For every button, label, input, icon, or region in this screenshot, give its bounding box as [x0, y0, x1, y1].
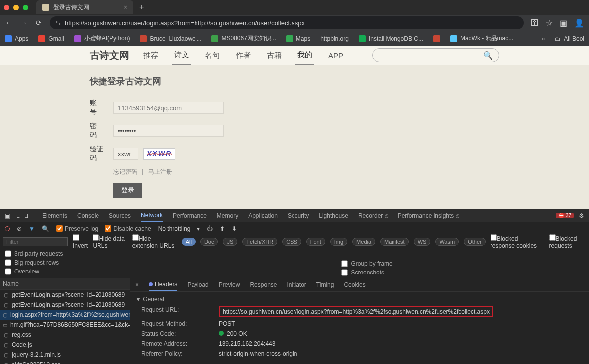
- bookmark-bruce[interactable]: Bruce_Liuxiaowei...: [140, 35, 201, 42]
- tab-application[interactable]: Application: [248, 210, 278, 221]
- big-rows-checkbox[interactable]: Big request rows: [5, 259, 63, 266]
- tab-sources[interactable]: Sources: [109, 210, 131, 221]
- response-headers-section[interactable]: ▼ Response Headers: [135, 362, 584, 364]
- filter-toggle-icon[interactable]: ▼: [29, 225, 35, 232]
- nav-mine[interactable]: 我的: [295, 46, 314, 65]
- bookmark-mongodb[interactable]: Install MongoDB C...: [359, 35, 423, 42]
- back-button[interactable]: ←: [5, 19, 13, 27]
- cookies-tab[interactable]: Cookies: [344, 279, 365, 291]
- captcha-input[interactable]: [113, 148, 138, 160]
- minimize-window-icon[interactable]: [13, 5, 19, 10]
- request-row[interactable]: ▢getEventLogin.aspx?scene_id=201030689: [0, 290, 130, 300]
- preview-tab[interactable]: Preview: [219, 279, 240, 291]
- reload-button[interactable]: ⟳: [35, 19, 43, 27]
- browser-tab[interactable]: 登录古诗文网 ×: [36, 0, 133, 14]
- nav-mingju[interactable]: 名句: [203, 47, 222, 64]
- request-row[interactable]: ▢jquery-3.2.1.min.js: [0, 350, 130, 360]
- bookmark-ai[interactable]: 小蜜蜂AI(Python): [74, 34, 130, 43]
- upload-icon[interactable]: ⬆: [220, 225, 225, 232]
- download-icon[interactable]: ⬇: [232, 225, 237, 232]
- apps-shortcut[interactable]: Apps: [5, 35, 28, 42]
- hide-data-urls-checkbox[interactable]: Hide data URLs: [93, 234, 127, 249]
- bookmark-star-icon[interactable]: ☆: [546, 18, 553, 28]
- profile-icon[interactable]: 👤: [574, 18, 584, 28]
- settings-icon[interactable]: ⚙: [579, 212, 584, 219]
- tab-recorder[interactable]: Recorder ⎋: [358, 210, 388, 221]
- request-row[interactable]: ▢skinSo230513.css: [0, 360, 130, 364]
- clear-button[interactable]: ⊘: [17, 225, 22, 232]
- bookmark-macwk[interactable]: MacWk - 精品mac...: [450, 34, 513, 43]
- filter-css[interactable]: CSS: [282, 238, 301, 246]
- bookmark-ms08067[interactable]: MS08067网安知识...: [211, 34, 276, 43]
- throttling-dropdown-icon[interactable]: ▾: [197, 225, 200, 232]
- response-tab[interactable]: Response: [250, 279, 277, 291]
- filter-all[interactable]: All: [182, 238, 196, 246]
- bookmark-maps[interactable]: Maps: [286, 35, 310, 42]
- inspect-icon[interactable]: ▣: [5, 212, 10, 219]
- device-toggle-icon[interactable]: ⫍⫎: [16, 212, 28, 219]
- filter-js[interactable]: JS: [223, 238, 237, 246]
- captcha-image[interactable]: XXWR: [143, 148, 175, 160]
- nav-shiwen[interactable]: 诗文: [172, 46, 191, 65]
- invert-checkbox[interactable]: Invert: [73, 234, 88, 249]
- request-row[interactable]: ▢Code.js: [0, 340, 130, 350]
- filter-input[interactable]: [3, 237, 68, 246]
- wifi-icon[interactable]: ⏻: [207, 225, 213, 232]
- filter-other[interactable]: Other: [464, 238, 486, 246]
- nav-guji[interactable]: 古籍: [265, 47, 284, 64]
- nav-app[interactable]: APP: [326, 47, 345, 64]
- register-link[interactable]: 马上注册: [148, 168, 172, 175]
- filter-ws[interactable]: WS: [414, 238, 431, 246]
- preserve-log-checkbox[interactable]: Preserve log: [56, 225, 98, 232]
- record-button[interactable]: [5, 226, 10, 231]
- 3rd-party-checkbox[interactable]: 3rd-party requests: [5, 250, 63, 257]
- blocked-requests-checkbox[interactable]: Blocked requests: [549, 234, 586, 249]
- password-icon[interactable]: ⚿: [531, 18, 539, 27]
- nav-recommend[interactable]: 推荐: [141, 47, 160, 64]
- close-tab-icon[interactable]: ×: [124, 4, 127, 11]
- filter-manifest[interactable]: Manifest: [380, 238, 409, 246]
- list-header-name[interactable]: Name: [0, 278, 130, 290]
- site-logo[interactable]: 古诗文网: [90, 49, 129, 62]
- request-row[interactable]: ▭hm.gif?hca=767D86B650FC8EEE&cc=1&ck=1&c…: [0, 320, 130, 330]
- payload-tab[interactable]: Payload: [187, 279, 208, 291]
- overview-checkbox[interactable]: Overview: [5, 268, 63, 275]
- disable-cache-checkbox[interactable]: Disable cache: [105, 225, 151, 232]
- bookmarks-overflow-icon[interactable]: »: [542, 35, 545, 42]
- hide-ext-urls-checkbox[interactable]: Hide extension URLs: [132, 234, 177, 249]
- forgot-password-link[interactable]: 忘记密码: [113, 168, 137, 175]
- throttling-select[interactable]: No throttling: [158, 225, 191, 232]
- request-row[interactable]: ▢login.aspx?from=http%3a%2f%2fso.gushiwe…: [0, 310, 130, 320]
- maximize-window-icon[interactable]: [23, 5, 28, 10]
- extensions-icon[interactable]: ▣: [560, 18, 567, 28]
- blocked-cookies-checkbox[interactable]: Blocked response cookies: [491, 234, 544, 249]
- initiator-tab[interactable]: Initiator: [287, 279, 306, 291]
- close-detail-icon[interactable]: ×: [135, 281, 139, 288]
- tab-performance[interactable]: Performance: [173, 210, 207, 221]
- nav-author[interactable]: 作者: [234, 47, 253, 64]
- filter-font[interactable]: Font: [306, 238, 325, 246]
- request-row[interactable]: ▢reg.css: [0, 330, 130, 340]
- search-icon[interactable]: 🔍: [42, 225, 49, 232]
- filter-wasm[interactable]: Wasm: [435, 238, 459, 246]
- filter-fetch[interactable]: Fetch/XHR: [242, 238, 277, 246]
- timing-tab[interactable]: Timing: [316, 279, 334, 291]
- filter-doc[interactable]: Doc: [200, 238, 218, 246]
- password-input[interactable]: [113, 125, 224, 137]
- bookmark-c1[interactable]: [433, 35, 440, 42]
- headers-tab[interactable]: Headers: [149, 278, 177, 291]
- all-bookmarks-button[interactable]: 🗀All Bool: [555, 35, 584, 42]
- site-search[interactable]: 🔍: [372, 48, 499, 62]
- tab-memory[interactable]: Memory: [217, 210, 238, 221]
- filter-media[interactable]: Media: [352, 238, 375, 246]
- bookmark-gmail[interactable]: Gmail: [38, 35, 64, 42]
- tab-security[interactable]: Security: [288, 210, 309, 221]
- login-button[interactable]: 登录: [113, 183, 142, 198]
- request-row[interactable]: ▢getEventLogin.aspx?scene_id=201030689: [0, 300, 130, 310]
- tab-elements[interactable]: Elements: [42, 210, 67, 221]
- tab-network[interactable]: Network: [141, 210, 163, 222]
- close-window-icon[interactable]: [4, 5, 9, 10]
- error-count-badge[interactable]: ⛔ 37: [556, 213, 574, 218]
- tab-perf-insights[interactable]: Performance insights ⎋: [398, 210, 459, 221]
- url-bar[interactable]: ⇆ https://so.gushiwen.cn/user/login.aspx…: [50, 16, 524, 29]
